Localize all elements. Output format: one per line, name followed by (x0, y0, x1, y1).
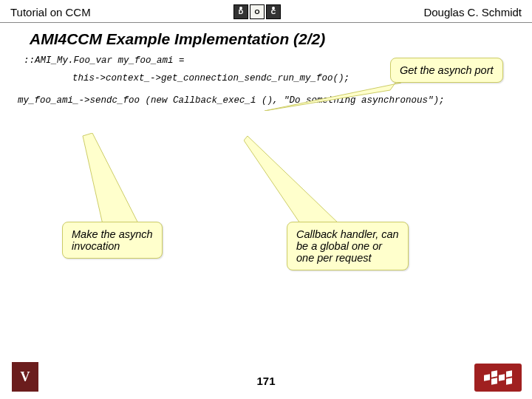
svg-marker-1 (83, 133, 140, 228)
svg-marker-0 (265, 69, 405, 111)
callout-make-invocation: Make the asynch invocation (62, 222, 163, 259)
logo-d: D (233, 4, 248, 19)
vanderbilt-logo: V (12, 362, 38, 392)
logo-o: O (250, 4, 265, 19)
callout-pointer-top (265, 69, 405, 111)
svg-marker-2 (244, 136, 340, 228)
header-right-text: Douglas C. Schmidt (423, 6, 522, 18)
vanderbilt-v: V (21, 369, 30, 385)
slide-title: AMI4CCM Example Implementation (2/2) (0, 23, 532, 52)
callout-pointer-left (81, 133, 163, 229)
slide-header: Tutorial on CCM D O C Douglas C. Schmidt (0, 0, 532, 23)
callout-pointer-right (244, 136, 355, 229)
doc-group-logo: D O C (233, 4, 281, 19)
page-number: 171 (256, 375, 275, 387)
callout-callback-handler: Callback handler, can be a global one or… (287, 222, 409, 270)
header-left-text: Tutorial on CCM (10, 6, 91, 18)
callout-get-port: Get the asynch port (390, 58, 503, 83)
logo-c: C (266, 4, 281, 19)
isis-logo (474, 364, 522, 392)
